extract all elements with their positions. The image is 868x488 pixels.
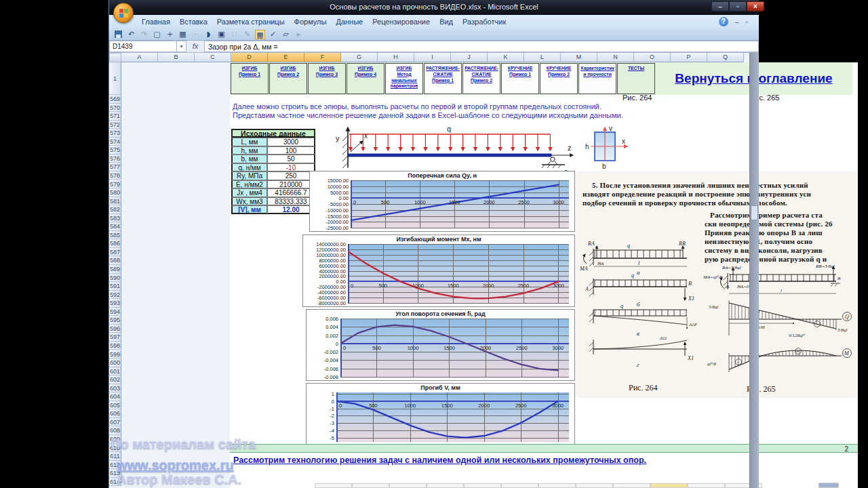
row-header[interactable]: 592 bbox=[109, 291, 121, 300]
picture-icon[interactable]: ▣ bbox=[216, 30, 226, 39]
row-header[interactable]: 572 bbox=[109, 121, 121, 129]
column-header[interactable]: E bbox=[268, 53, 304, 62]
column-header[interactable]: J bbox=[451, 53, 488, 62]
nav-button[interactable]: РАСТЯЖЕНИЕ-СЖАТИЕПример 2 bbox=[462, 63, 500, 94]
chart-bending-moment[interactable]: Изгибающий момент Mx, нм14000000.0012000… bbox=[302, 235, 575, 307]
input-table-value-cell[interactable]: -10 bbox=[267, 163, 315, 172]
cross-section-diagram[interactable]: v x h b bbox=[584, 124, 631, 170]
column-header[interactable]: L bbox=[524, 53, 561, 62]
pointer-icon[interactable]: ▸ bbox=[294, 30, 304, 39]
input-table-label-cell[interactable]: Jx , мм4 bbox=[231, 188, 267, 197]
macro-icon[interactable]: ▱ bbox=[281, 30, 291, 39]
ribbon-tab[interactable]: Главная bbox=[142, 18, 170, 26]
row-header[interactable]: 604 bbox=[109, 392, 121, 401]
input-table-value-cell[interactable]: 210000 bbox=[267, 180, 315, 189]
ribbon-tab[interactable]: Разработчик bbox=[462, 18, 506, 26]
ribbon-tab[interactable]: Вид bbox=[439, 18, 453, 26]
row-header[interactable]: 583 bbox=[109, 214, 121, 223]
row611-link[interactable]: Рассмотрим технологию решения задач с на… bbox=[233, 455, 646, 465]
row-header[interactable]: 603 bbox=[109, 384, 121, 393]
input-table-value-cell[interactable]: 250 bbox=[267, 171, 315, 180]
nav-button[interactable]: ИЗГИБПример 2 bbox=[269, 63, 307, 94]
row-header[interactable]: 591 bbox=[109, 282, 121, 291]
selection-icon[interactable]: ⋯ bbox=[191, 30, 201, 39]
ribbon-minimize-icon[interactable]: – bbox=[735, 18, 739, 26]
chart-deflection[interactable]: Прогиб V, мм10-1-2-3-4-50500100015002000… bbox=[306, 383, 575, 446]
office-button[interactable] bbox=[113, 3, 134, 23]
help-icon[interactable]: ? bbox=[719, 17, 728, 26]
column-header[interactable]: O bbox=[634, 53, 671, 62]
chart-shear-force[interactable]: Поперечная сила Qy, н15000.0010000.00500… bbox=[309, 171, 575, 232]
input-table-label-cell[interactable]: Wx, мм3 bbox=[231, 197, 267, 206]
row-header[interactable]: 593 bbox=[109, 299, 121, 308]
column-header[interactable]: F bbox=[304, 53, 341, 62]
ribbon-tab[interactable]: Разметка страницы bbox=[217, 18, 285, 26]
row-header[interactable]: 589 bbox=[109, 265, 121, 274]
nav-button[interactable]: Характеристики прочности bbox=[578, 63, 616, 94]
input-table-label-cell[interactable]: Ry, МПа bbox=[231, 171, 267, 180]
row-header[interactable]: 608 bbox=[109, 426, 121, 435]
input-table-label-cell[interactable]: L, мм bbox=[231, 138, 267, 146]
redo-icon[interactable]: ↷ bbox=[139, 30, 149, 39]
row-header[interactable]: 605 bbox=[109, 401, 121, 410]
column-header[interactable]: P bbox=[671, 53, 707, 62]
row-header[interactable]: 598 bbox=[109, 342, 121, 350]
spellcheck-icon[interactable]: ✓ bbox=[268, 30, 278, 39]
row-header[interactable]: 594 bbox=[109, 308, 121, 317]
ribbon-restore-icon[interactable]: ▫ bbox=[745, 18, 748, 26]
arrange-icon[interactable]: ✎ bbox=[242, 30, 252, 39]
row-header[interactable]: 578 bbox=[109, 171, 121, 180]
row-header[interactable]: 607 bbox=[109, 418, 121, 427]
input-table-value-cell[interactable]: 3000 bbox=[267, 138, 315, 146]
input-table-value-cell[interactable]: 4166666.7 bbox=[267, 188, 315, 197]
row-header[interactable]: 573 bbox=[109, 129, 121, 138]
row-header[interactable]: 569 bbox=[109, 95, 121, 104]
chart-rotation-angle[interactable]: Угол поворота сечения fi, рад0.0060.0040… bbox=[306, 309, 575, 381]
input-table-label-cell[interactable]: [V], мм bbox=[231, 205, 267, 214]
undo-icon[interactable]: ↶ bbox=[126, 30, 136, 39]
nav-button[interactable]: ИЗГИБПример 4 bbox=[347, 63, 384, 94]
input-table-value-cell[interactable]: 83333.333 bbox=[267, 197, 315, 206]
row-header[interactable]: 590 bbox=[109, 274, 121, 283]
input-table-value-cell[interactable]: 12.00 bbox=[267, 205, 315, 214]
row-header[interactable]: 595 bbox=[109, 316, 121, 325]
name-box[interactable]: D1439 bbox=[109, 41, 177, 52]
textbook-scan[interactable]: 5. После установления значений лишних не… bbox=[577, 173, 858, 396]
nav-button[interactable]: КРУЧЕНИЕПример 2 bbox=[540, 63, 578, 94]
scatter-icon[interactable]: ∷ bbox=[229, 30, 239, 39]
column-header[interactable]: B bbox=[158, 53, 195, 62]
contrast-icon[interactable]: ◗ bbox=[203, 30, 214, 39]
restore-button[interactable]: ▫ bbox=[729, 1, 747, 12]
row-header[interactable]: 586 bbox=[109, 239, 121, 248]
row-header[interactable]: 574 bbox=[109, 138, 121, 146]
column-header[interactable]: Q bbox=[707, 53, 744, 62]
input-table-label-cell[interactable]: q, н/мм bbox=[231, 163, 267, 172]
row-header[interactable]: 599 bbox=[109, 350, 121, 359]
ribbon-tab[interactable]: Вставка bbox=[180, 18, 208, 26]
input-table-value-cell[interactable]: 50 bbox=[267, 155, 315, 163]
column-header[interactable]: H bbox=[378, 53, 414, 62]
beam-load-diagram[interactable]: q y x z bbox=[333, 123, 577, 171]
row-header[interactable]: 1 bbox=[109, 62, 121, 95]
row-header[interactable]: 602 bbox=[109, 375, 121, 384]
row-header[interactable]: 600 bbox=[109, 359, 121, 367]
row-header[interactable]: 570 bbox=[109, 104, 121, 113]
row-header[interactable]: 575 bbox=[109, 146, 121, 155]
column-header[interactable]: K bbox=[488, 53, 524, 62]
nav-button[interactable]: РАСТЯЖЕНИЕ-СЖАТИЕПример 1 bbox=[424, 63, 462, 94]
row-header[interactable]: 579 bbox=[109, 180, 121, 189]
minimize-button[interactable]: – bbox=[711, 1, 729, 12]
row-header[interactable]: 582 bbox=[109, 205, 121, 214]
column-header[interactable]: I bbox=[414, 53, 451, 62]
row-header[interactable]: 597 bbox=[109, 333, 121, 342]
select-all-corner[interactable] bbox=[109, 53, 121, 62]
name-box-dropdown-icon[interactable]: ▾ bbox=[177, 41, 186, 52]
column-header[interactable]: A bbox=[121, 53, 158, 62]
border-icon[interactable]: ▢ bbox=[152, 30, 162, 39]
input-table-value-cell[interactable]: 100 bbox=[267, 146, 315, 155]
ribbon-tab[interactable]: Данные bbox=[336, 18, 363, 26]
scrollbar-thumb[interactable] bbox=[751, 205, 758, 220]
column-header[interactable]: N bbox=[597, 53, 634, 62]
input-table-label-cell[interactable]: b, мм bbox=[231, 155, 267, 163]
input-table-label-cell[interactable]: E, н/мм2 bbox=[231, 180, 267, 189]
